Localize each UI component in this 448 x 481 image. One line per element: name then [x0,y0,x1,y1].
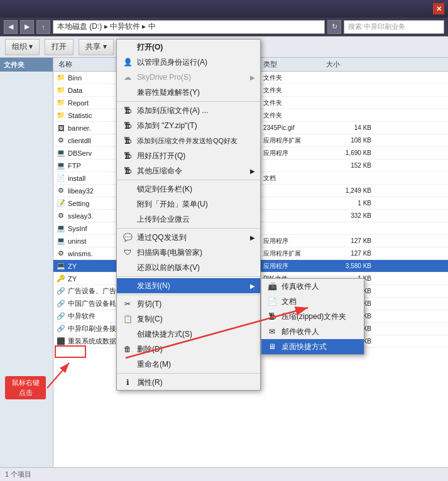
zip-icon: 🗜 [122,135,133,146]
cloud-upload-icon [122,213,133,225]
submenu-arrow: ▶ [250,168,255,175]
zip-icon: 🗜 [122,120,133,131]
sendto-zip[interactable]: 🗜 压缩(zipped)文件夹 [261,309,364,324]
sendto-fax[interactable]: 📠 传真收件人 [261,279,364,294]
dll-icon: ⚙ [56,186,66,196]
dll-icon: ⚙ [56,249,66,259]
shortcut-icon [122,328,133,340]
link-icon: 🔗 [56,311,66,322]
dll-icon: ⚙ [56,211,66,221]
rename-icon [122,359,133,370]
doc-icon: 📄 [56,173,66,183]
organize-button[interactable]: 组织 ▾ [5,39,40,55]
menu-item-more-compress[interactable]: 🗜 其他压缩命令 ▶ [117,163,260,178]
image-icon: 🖼 [56,123,66,133]
col-header-size[interactable]: 大小 [324,60,374,69]
copy-icon: 📋 [122,313,133,325]
window: ✕ ◀ ▶ ↑ 本地磁盘 (D:) ▸ 中异软件 ▸ 中 ↻ 搜索 中异印刷业务… [0,0,448,481]
menu-item-haozip-open[interactable]: 🗜 用好压打开(Q) [117,148,260,163]
menu-item-restore-versions[interactable]: 还原以前的版本(V) [117,260,260,275]
menu-item-upload-cloud[interactable]: 上传到企业微云 [117,212,260,227]
up-button[interactable]: ↑ [36,20,50,34]
qq-icon: 💬 [122,232,133,243]
cloud-icon: ☁ [122,72,133,83]
menu-separator [117,373,260,374]
taskbar-icon [122,183,133,195]
compat-icon [122,87,133,98]
folder-icon: 📁 [56,85,66,95]
forward-button[interactable]: ▶ [20,20,34,34]
submenu-arrow: ▶ [250,74,255,81]
menu-separator [117,276,260,277]
menu-item-scan-virus[interactable]: 🛡 扫描病毒(电脑管家) [117,245,260,260]
properties-icon: ℹ [122,377,133,388]
menu-item-add-archive[interactable]: 🗜 添加到压缩文件(A) ... [117,103,260,118]
folder-icon: 📁 [56,73,66,83]
sendto-desktop[interactable]: 🖥 桌面快捷方式 [261,339,364,354]
menu-item-copy[interactable]: 📋 复制(C) [117,311,260,327]
menu-item-sendto[interactable]: 发送到(N) ▶ 📠 传真收件人 📄 文档 🗜 压缩(zipped)文件夹 ✉ [117,278,260,293]
bat-icon: ⬛ [56,337,66,347]
close-button[interactable]: ✕ [433,3,444,14]
delete-icon: 🗑 [122,343,133,355]
txt-icon: 📝 [56,198,66,208]
sendto-submenu: 📠 传真收件人 📄 文档 🗜 压缩(zipped)文件夹 ✉ 邮件收件人 🖥 [261,278,364,355]
submenu-arrow: ▶ [250,234,255,241]
right-click-label: 鼠标右键 点击 [5,376,46,399]
address-path[interactable]: 本地磁盘 (D:) ▸ 中异软件 ▸ 中 [53,20,325,34]
title-bar: ✕ [0,0,448,18]
menu-item-cut[interactable]: ✂ 剪切(T) [117,296,260,311]
sidebar: 文件夹 [0,58,53,467]
menu-item-create-shortcut[interactable]: 创建快捷方式(S) [117,327,260,342]
menu-item-run-as-admin[interactable]: 👤 以管理员身份运行(A) [117,55,260,70]
dll-icon: ⚙ [56,136,66,146]
haozip-icon: 🗜 [122,150,133,161]
app-icon: 💻 [56,261,66,271]
menu-item-skydrive[interactable]: ☁ SkyDrive Pro(S) ▶ [117,70,260,85]
mail-icon: ✉ [266,326,278,337]
menu-item-properties[interactable]: ℹ 属性(R) [117,375,260,390]
menu-item-pin-start[interactable]: 附到「开始」菜单(U) [117,197,260,212]
history-icon [122,262,133,273]
menu-item-add-send-qq[interactable]: 🗜 添加到压缩文件并发送给QQ好友 [117,133,260,148]
col-header-type[interactable]: 类型 [261,60,324,69]
menu-separator [117,295,260,295]
link-icon: 🔗 [56,299,66,309]
compress-icon: 🗜 [122,165,133,176]
menu-item-open[interactable]: 打开(O) [117,40,260,55]
desktop-icon: 🖥 [266,341,278,352]
doc-icon: 📄 [266,296,278,307]
pw-icon: 🔑 [56,274,66,284]
back-button[interactable]: ◀ [4,20,18,34]
open-button[interactable]: 打开 [45,39,74,55]
admin-icon: 👤 [122,57,133,68]
address-bar: ◀ ▶ ↑ 本地磁盘 (D:) ▸ 中异软件 ▸ 中 ↻ 搜索 中异印刷业务 [0,18,448,36]
fax-icon: 📠 [266,281,278,292]
refresh-button[interactable]: ↻ [327,20,341,34]
zip-icon: 🗜 [266,311,278,322]
menu-item-add-zip[interactable]: 🗜 添加到 "ZY.zip"(T) [117,118,260,133]
start-icon [122,198,133,210]
app-icon: 💻 [56,236,66,246]
link-icon: 🔗 [56,286,66,296]
status-bar: 1 个项目 [0,467,448,481]
sendto-docs[interactable]: 📄 文档 [261,294,364,309]
search-box[interactable]: 搜索 中异印刷业务 [344,20,444,34]
menu-separator [117,180,260,180]
sendto-icon [122,280,133,291]
menu-item-delete[interactable]: 🗑 删除(D) [117,342,260,357]
zip-icon: 🗜 [122,105,133,116]
menu-separator [117,101,260,102]
sidebar-header: 文件夹 [0,58,53,72]
shortcut-icon: 🔗 [56,324,66,334]
app-icon: 💻 [56,224,66,234]
menu-item-send-qq[interactable]: 💬 通过QQ发送到 ▶ [117,230,260,245]
status-text: 1 个项目 [5,470,31,479]
menu-item-pin-taskbar[interactable]: 锁定到任务栏(K) [117,181,260,197]
shield-icon: 🛡 [122,247,133,258]
app-icon: 💻 [56,161,66,171]
share-button[interactable]: 共享 ▾ [79,39,113,55]
menu-item-rename[interactable]: 重命名(M) [117,357,260,372]
menu-item-compat[interactable]: 兼容性疑难解答(Y) [117,85,260,100]
sendto-mail[interactable]: ✉ 邮件收件人 [261,324,364,339]
